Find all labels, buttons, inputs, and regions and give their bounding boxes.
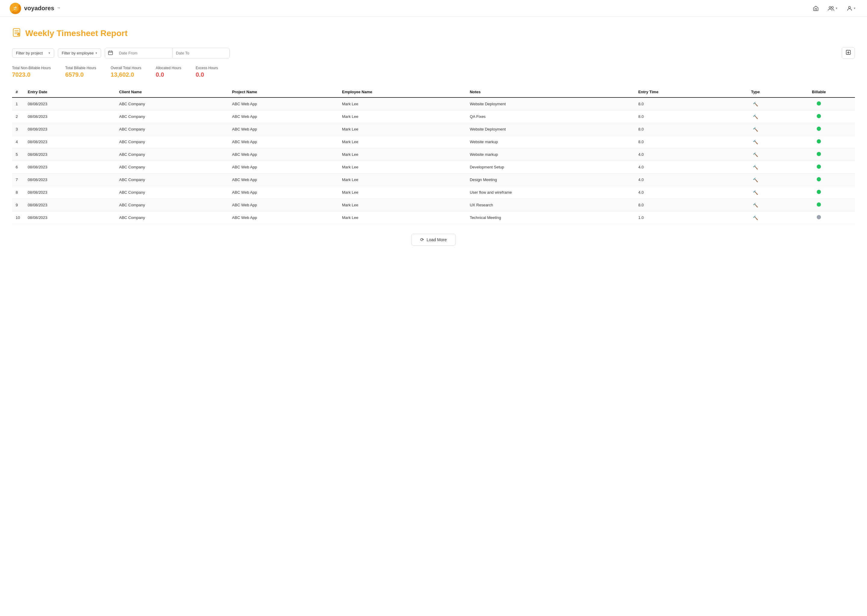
table-cell: 08/08/2023 — [24, 97, 116, 110]
table-cell: Website Deployment — [466, 123, 635, 136]
table-cell: 🔨 — [728, 186, 783, 199]
table-row: 608/08/2023ABC CompanyABC Web AppMark Le… — [12, 161, 855, 174]
table-cell: 4.0 — [635, 186, 728, 199]
table-cell: Website Deployment — [466, 97, 635, 110]
table-cell: Technical Meeting — [466, 211, 635, 224]
export-button[interactable] — [842, 47, 855, 59]
date-from-input[interactable] — [116, 49, 172, 57]
svg-rect-2 — [14, 9, 15, 9]
table-header-cell: Project Name — [229, 86, 338, 97]
table-cell: ABC Web App — [229, 148, 338, 161]
filter-project-label: Filter by project — [16, 51, 43, 55]
table-cell — [783, 123, 855, 136]
navbar-right: ▾ ▾ — [811, 4, 858, 13]
table-cell: 08/08/2023 — [24, 148, 116, 161]
table-cell: Mark Lee — [338, 136, 466, 148]
timesheet-table: #Entry DateClient NameProject NameEmploy… — [12, 86, 855, 224]
billable-dot — [817, 190, 821, 194]
table-cell: ABC Company — [116, 211, 229, 224]
table-cell — [783, 211, 855, 224]
table-cell — [783, 97, 855, 110]
team-button[interactable]: ▾ — [826, 4, 839, 13]
type-icon: 🔨 — [753, 203, 758, 207]
page-title: Weekly Timesheet Report — [25, 28, 128, 38]
stat-item: Allocated Hours 0.0 — [156, 66, 181, 78]
table-cell: Website markup — [466, 136, 635, 148]
type-icon: 🔨 — [753, 114, 758, 119]
table-head: #Entry DateClient NameProject NameEmploy… — [12, 86, 855, 97]
table-cell: 4 — [12, 136, 24, 148]
table-row: 1008/08/2023ABC CompanyABC Web AppMark L… — [12, 211, 855, 224]
table-row: 708/08/2023ABC CompanyABC Web AppMark Le… — [12, 174, 855, 186]
main-content: ✓ Weekly Timesheet Report Filter by proj… — [0, 17, 867, 256]
filter-project-dropdown[interactable]: Filter by project ▾ — [12, 49, 54, 58]
table-cell: ABC Company — [116, 97, 229, 110]
svg-rect-1 — [14, 7, 15, 8]
load-more-button[interactable]: ⟳ Load More — [411, 234, 456, 246]
stat-value: 6579.0 — [65, 71, 96, 78]
table-cell: Mark Lee — [338, 211, 466, 224]
table-row: 908/08/2023ABC CompanyABC Web AppMark Le… — [12, 199, 855, 211]
svg-rect-10 — [14, 32, 19, 33]
table-header-row: #Entry DateClient NameProject NameEmploy… — [12, 86, 855, 97]
table-header-cell: # — [12, 86, 24, 97]
table-cell: Mark Lee — [338, 97, 466, 110]
table-cell: ABC Company — [116, 123, 229, 136]
table-cell: ABC Web App — [229, 186, 338, 199]
table-header-cell: Billable — [783, 86, 855, 97]
type-icon: 🔨 — [753, 165, 758, 170]
home-button[interactable] — [811, 4, 821, 13]
table-cell: 🔨 — [728, 123, 783, 136]
table-cell: ABC Company — [116, 174, 229, 186]
table-cell: 4.0 — [635, 148, 728, 161]
billable-dot — [817, 152, 821, 156]
brand-name: voyadores — [24, 5, 54, 12]
stat-item: Excess Hours 0.0 — [195, 66, 218, 78]
billable-dot — [817, 127, 821, 131]
svg-rect-9 — [14, 30, 19, 31]
table-cell: ABC Company — [116, 199, 229, 211]
type-icon: 🔨 — [753, 215, 758, 220]
table-header-cell: Employee Name — [338, 86, 466, 97]
user-chevron: ▾ — [854, 6, 856, 10]
table-cell: ABC Company — [116, 161, 229, 174]
svg-point-0 — [12, 5, 19, 12]
table-cell: 08/08/2023 — [24, 110, 116, 123]
table-cell: Mark Lee — [338, 148, 466, 161]
table-cell — [783, 199, 855, 211]
stat-value: 0.0 — [156, 71, 181, 78]
svg-point-7 — [849, 6, 851, 8]
table-cell: ABC Web App — [229, 110, 338, 123]
table-cell: 7 — [12, 174, 24, 186]
date-to-input[interactable] — [173, 49, 229, 57]
billable-dot — [817, 165, 821, 169]
table-cell: ABC Web App — [229, 161, 338, 174]
filter-employee-chevron: ▾ — [95, 51, 97, 55]
table-cell: 1 — [12, 97, 24, 110]
user-button[interactable]: ▾ — [845, 4, 858, 13]
table-row: 808/08/2023ABC CompanyABC Web AppMark Le… — [12, 186, 855, 199]
table-row: 508/08/2023ABC CompanyABC Web AppMark Le… — [12, 148, 855, 161]
type-icon: 🔨 — [753, 190, 758, 195]
table-cell: ABC Company — [116, 136, 229, 148]
type-icon: 🔨 — [753, 152, 758, 157]
table-cell: ABC Company — [116, 110, 229, 123]
page-title-row: ✓ Weekly Timesheet Report — [12, 28, 855, 39]
billable-dot — [817, 177, 821, 181]
filter-employee-dropdown[interactable]: Filter by employee ▾ — [58, 49, 101, 58]
table-header-cell: Entry Date — [24, 86, 116, 97]
table-body: 108/08/2023ABC CompanyABC Web AppMark Le… — [12, 97, 855, 224]
table-cell — [783, 110, 855, 123]
table-header-cell: Entry Time — [635, 86, 728, 97]
svg-point-5 — [829, 6, 831, 8]
table-cell: 3 — [12, 123, 24, 136]
billable-dot — [817, 114, 821, 118]
table-cell: 8.0 — [635, 110, 728, 123]
table-cell: ABC Web App — [229, 136, 338, 148]
table-cell: ABC Web App — [229, 123, 338, 136]
table-cell: ABC Company — [116, 148, 229, 161]
svg-rect-14 — [109, 51, 113, 55]
table-cell: 🔨 — [728, 211, 783, 224]
table-cell — [783, 148, 855, 161]
table-cell: 08/08/2023 — [24, 211, 116, 224]
